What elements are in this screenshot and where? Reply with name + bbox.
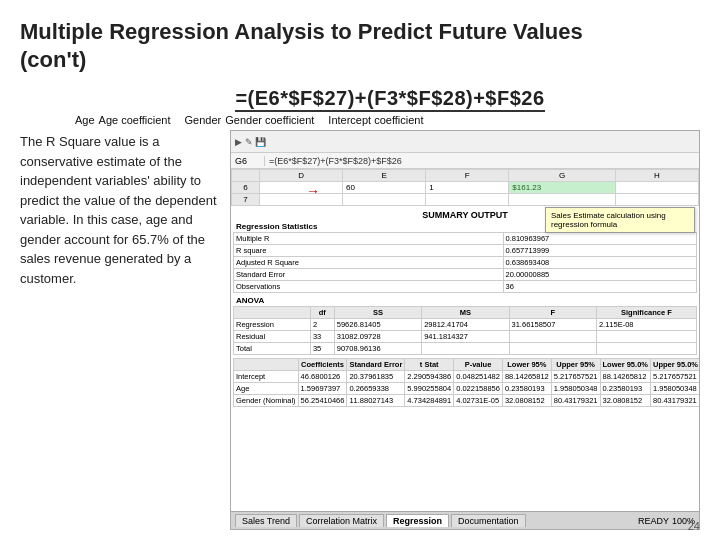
coeff-col-name bbox=[234, 359, 299, 371]
callout-box: Sales Estimate calculation using regress… bbox=[545, 207, 695, 233]
anova-col-df: df bbox=[310, 307, 334, 319]
coeff-col-pval: P-value bbox=[454, 359, 503, 371]
anova-ms-regression: 29812.41704 bbox=[422, 319, 509, 331]
coeff-col-upper95: Upper 95% bbox=[551, 359, 600, 371]
coeff-intercept-u950: 5.217657521 bbox=[650, 371, 699, 383]
anova-sig-total bbox=[596, 343, 696, 355]
anova-df-regression: 2 bbox=[310, 319, 334, 331]
zoom-controls: READY 100% bbox=[638, 516, 695, 526]
cell-ref-display: G6 bbox=[235, 156, 265, 166]
labels-row: Age Age coefficient Gender Gender coeffi… bbox=[75, 114, 700, 126]
page-title: Multiple Regression Analysis to Predict … bbox=[20, 18, 700, 73]
cell-h6 bbox=[615, 182, 698, 194]
coeff-gender-p: 4.02731E-05 bbox=[454, 395, 503, 407]
top-grid: D E F G H 6 bbox=[231, 169, 699, 206]
anova-row-residual: Residual bbox=[234, 331, 311, 343]
coeff-col-lower95: Lower 95% bbox=[502, 359, 551, 371]
table-row: Regression 2 59626.81405 29812.41704 31.… bbox=[234, 319, 697, 331]
tab-sales-trend[interactable]: Sales Trend bbox=[235, 514, 297, 527]
stat-value: 0.810963967 bbox=[503, 233, 697, 245]
coeff-intercept-se: 20.37961835 bbox=[347, 371, 405, 383]
coeff-age-u95: 1.958050348 bbox=[551, 383, 600, 395]
anova-ms-total bbox=[422, 343, 509, 355]
coeff-gender-name: Gender (Nominal) bbox=[234, 395, 299, 407]
coeff-intercept-val: 46.6800126 bbox=[298, 371, 347, 383]
stat-name: Multiple R bbox=[234, 233, 504, 245]
anova-col-f: F bbox=[509, 307, 596, 319]
table-row: Intercept 46.6800126 20.37961835 2.29059… bbox=[234, 371, 700, 383]
anova-sig-regression: 2.115E-08 bbox=[596, 319, 696, 331]
coeff-intercept-l950: 88.14265812 bbox=[600, 371, 650, 383]
cell-f7 bbox=[426, 194, 509, 206]
tab-correlation-matrix[interactable]: Correlation Matrix bbox=[299, 514, 384, 527]
table-row: Age 1.59697397 0.26659338 5.990255804 0.… bbox=[234, 383, 700, 395]
formula-bar: G6 =(E6*$F$27)+(F3*$F$28)+$F$26 bbox=[231, 153, 699, 169]
coeff-age-p: 0.022158856 bbox=[454, 383, 503, 395]
label-gender: Gender bbox=[185, 114, 222, 126]
table-row: Gender (Nominal) 56.25410466 11.88027143… bbox=[234, 395, 700, 407]
coeff-age-l950: 0.23580193 bbox=[600, 383, 650, 395]
anova-col-ss: SS bbox=[334, 307, 421, 319]
table-row: Observations 36 bbox=[234, 281, 697, 293]
table-row: df SS MS F Significance F bbox=[234, 307, 697, 319]
cell-g6: $161.23 bbox=[509, 182, 616, 194]
coeff-age-val: 1.59697397 bbox=[298, 383, 347, 395]
coeff-gender-val: 56.25410466 bbox=[298, 395, 347, 407]
anova-sig-residual bbox=[596, 331, 696, 343]
title-line1: Multiple Regression Analysis to Predict … bbox=[20, 19, 583, 44]
anova-ms-residual: 941.1814327 bbox=[422, 331, 509, 343]
table-row: Coefficients Standard Error t Stat P-val… bbox=[234, 359, 700, 371]
cell-d7 bbox=[260, 194, 343, 206]
label-age: Age bbox=[75, 114, 95, 126]
table-row: Multiple R 0.810963967 bbox=[234, 233, 697, 245]
excel-content: G6 =(E6*$F$27)+(F3*$F$28)+$F$26 D bbox=[231, 153, 699, 511]
stat-value: 20.00000885 bbox=[503, 269, 697, 281]
stat-name: R square bbox=[234, 245, 504, 257]
spreadsheet-area: ▶ ✎ 💾 G6 =(E6*$F$27)+(F3*$F$28)+$F$26 bbox=[230, 130, 700, 530]
table-row: Total 35 90708.96136 bbox=[234, 343, 697, 355]
title-line2: (con't) bbox=[20, 47, 86, 72]
coeff-intercept-t: 2.290594386 bbox=[405, 371, 454, 383]
coeff-col-lower950: Lower 95.0% bbox=[600, 359, 650, 371]
anova-f-residual bbox=[509, 331, 596, 343]
summary-output: SUMMARY OUTPUT Regression Statistics Mul… bbox=[231, 210, 699, 407]
callout-text: Sales Estimate calculation using regress… bbox=[551, 211, 666, 229]
coefficients-table: Coefficients Standard Error t Stat P-val… bbox=[233, 358, 699, 407]
cell-e7 bbox=[343, 194, 426, 206]
stat-name: Observations bbox=[234, 281, 504, 293]
excel-toolbar: ▶ ✎ 💾 bbox=[231, 131, 699, 153]
coeff-col-tstat: t Stat bbox=[405, 359, 454, 371]
table-row: Adjusted R Square 0.638693408 bbox=[234, 257, 697, 269]
formula-display: =(E6*$F$27)+(F3*$F$28)+$F$26 bbox=[235, 87, 544, 112]
coeff-age-se: 0.26659338 bbox=[347, 383, 405, 395]
tab-regression[interactable]: Regression bbox=[386, 514, 449, 527]
title-area: Multiple Regression Analysis to Predict … bbox=[20, 18, 700, 73]
coeff-col-upper950: Upper 95.0% bbox=[650, 359, 699, 371]
anova-ss-total: 90708.96136 bbox=[334, 343, 421, 355]
anova-ss-residual: 31082.09728 bbox=[334, 331, 421, 343]
cell-g7 bbox=[509, 194, 616, 206]
table-row: 6 60 1 $161.23 bbox=[232, 182, 699, 194]
table-row: Residual 33 31082.09728 941.1814327 bbox=[234, 331, 697, 343]
tab-documentation[interactable]: Documentation bbox=[451, 514, 526, 527]
coeff-gender-u950: 80.43179321 bbox=[650, 395, 699, 407]
anova-table: df SS MS F Significance F bbox=[233, 306, 697, 355]
table-row: Standard Error 20.00000885 bbox=[234, 269, 697, 281]
row-num-6: 6 bbox=[232, 182, 260, 194]
coeff-age-u950: 1.958050348 bbox=[650, 383, 699, 395]
coeff-age-name: Age bbox=[234, 383, 299, 395]
anova-label: ANOVA bbox=[236, 296, 694, 305]
content-area: The R Square value is a conservative est… bbox=[20, 130, 700, 530]
coeff-gender-t: 4.734284891 bbox=[405, 395, 454, 407]
stat-value: 0.638693408 bbox=[503, 257, 697, 269]
stat-value: 0.657713999 bbox=[503, 245, 697, 257]
arrow-indicator: → bbox=[306, 183, 320, 199]
coeff-col-coeff: Coefficients bbox=[298, 359, 347, 371]
coeff-gender-se: 11.88027143 bbox=[347, 395, 405, 407]
anova-ss-regression: 59626.81405 bbox=[334, 319, 421, 331]
anova-df-residual: 33 bbox=[310, 331, 334, 343]
cell-f6: 1 bbox=[426, 182, 509, 194]
coeff-intercept-u95: 5.217657521 bbox=[551, 371, 600, 383]
table-row: 7 bbox=[232, 194, 699, 206]
coeff-gender-u95: 80.43179321 bbox=[551, 395, 600, 407]
